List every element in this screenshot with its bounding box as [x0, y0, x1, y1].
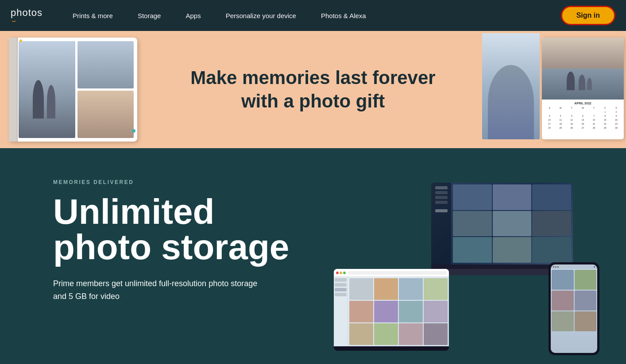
photo-book-image	[0, 31, 146, 148]
nav-right: Sign in	[561, 6, 615, 25]
hero-content: MEMORIES DELIVERED Unlimited photo stora…	[53, 179, 289, 303]
banner-text: Make memories last forever with a photo …	[190, 66, 435, 113]
banner-calendar: APRIL 2022 SMTWTFS1234567891011121314151…	[542, 38, 624, 139]
hero-eyebrow: MEMORIES DELIVERED	[53, 179, 289, 185]
nav-link-personalize[interactable]: Personalize your device	[213, 0, 309, 31]
hero-title: Unlimited photo storage	[53, 194, 289, 265]
banner-headline: Make memories last forever with a photo …	[190, 66, 435, 113]
sign-in-button[interactable]: Sign in	[561, 6, 615, 25]
nav-link-apps[interactable]: Apps	[173, 0, 213, 31]
nav-link-prints[interactable]: Prints & more	[60, 0, 125, 31]
device-tablet	[334, 269, 449, 351]
nav-link-photos-alexa[interactable]: Photos & Alexa	[309, 0, 379, 31]
banner-right-area: APRIL 2022 SMTWTFS1234567891011121314151…	[475, 31, 626, 148]
nav-link-storage[interactable]: Storage	[125, 0, 174, 31]
navbar: photos ⌣ Prints & more Storage Apps Pers…	[0, 0, 626, 31]
hero-devices	[334, 174, 608, 364]
hero-section: MEMORIES DELIVERED Unlimited photo stora…	[0, 148, 626, 364]
banner-people-photo-1	[482, 33, 540, 139]
nav-links: Prints & more Storage Apps Personalize y…	[60, 0, 561, 31]
amazon-photos-logo[interactable]: photos ⌣	[11, 8, 43, 24]
hero-subtitle: Prime members get unlimited full-resolut…	[53, 277, 266, 303]
device-phone	[549, 262, 599, 355]
banner: Make memories last forever with a photo …	[0, 31, 626, 148]
device-laptop	[431, 183, 573, 276]
calendar-month-label: APRIL 2022	[544, 102, 622, 105]
logo-smile-icon: ⌣	[12, 18, 16, 24]
calendar-grid: SMTWTFS123456789101112131415161718192021…	[544, 106, 622, 131]
